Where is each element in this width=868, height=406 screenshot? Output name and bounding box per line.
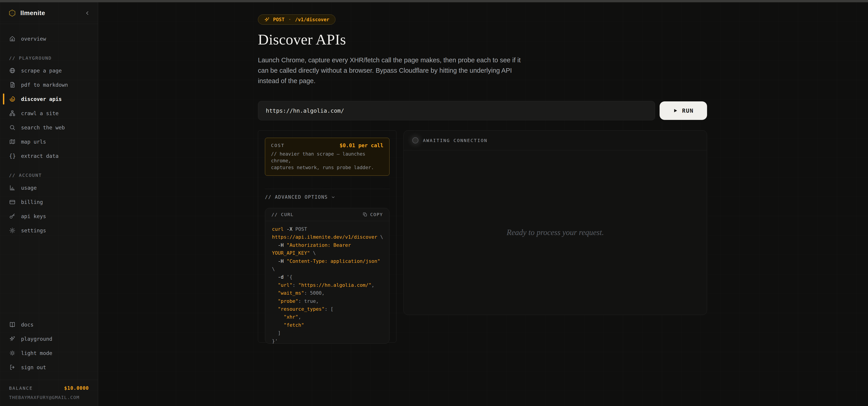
sidebar-item-label: usage	[21, 185, 37, 191]
sidebar-item-label: search the web	[21, 125, 65, 131]
result-panel-body: Ready to process your request.	[404, 150, 707, 315]
braces-icon: {}	[9, 153, 16, 159]
sidebar-item-label: extract data	[21, 153, 59, 159]
sidebar-item-settings[interactable]: settings	[0, 223, 98, 238]
home-icon	[9, 35, 16, 42]
sidebar-item-label: pdf to markdown	[21, 82, 68, 88]
sidebar-item-pdf-to-markdown[interactable]: pdf to markdown	[0, 78, 98, 92]
sidebar-item-crawl-a-site[interactable]: crawl a site	[0, 106, 98, 121]
sidebar-item-search-the-web[interactable]: search the web	[0, 121, 98, 135]
sidebar-header: llmenite	[0, 2, 98, 24]
run-button[interactable]: RUN	[659, 101, 707, 120]
sidebar-nav: overview // PLAYGROUND scrape a page pdf…	[0, 24, 98, 238]
sidebar-item-extract-data[interactable]: {} extract data	[0, 149, 98, 163]
copy-button-label: COPY	[370, 212, 383, 217]
sidebar-item-label: discover apis	[21, 96, 62, 102]
endpoint-badge: POST · /v1/discover	[258, 14, 336, 25]
sidebar-item-label: docs	[21, 322, 33, 328]
curl-card: // CURL COPY curl -X POSThttps://api.ilm…	[265, 208, 390, 344]
sidebar-footer: docs playground light mode	[0, 317, 98, 406]
cost-panel: COST $0.01 per call // heavier than scra…	[265, 138, 390, 176]
logo-hexagon-icon	[8, 9, 16, 18]
sidebar-item-light-mode[interactable]: light mode	[0, 346, 98, 360]
sidebar: llmenite overview // PLAYGROUND	[0, 2, 98, 406]
ready-message: Ready to process your request.	[507, 228, 604, 237]
sidebar-section-playground: // PLAYGROUND	[0, 55, 98, 61]
sidebar-item-playground[interactable]: playground	[0, 332, 98, 346]
balance-row: BALANCE $10.0000	[9, 385, 89, 391]
bar-chart-icon	[9, 184, 16, 191]
radar-icon	[9, 96, 16, 102]
play-icon	[673, 108, 678, 113]
file-icon	[9, 81, 16, 88]
sidebar-item-usage[interactable]: usage	[0, 181, 98, 195]
sidebar-item-overview[interactable]: overview	[0, 32, 98, 46]
sidebar-item-label: playground	[21, 336, 52, 342]
curl-card-header: // CURL COPY	[265, 208, 389, 221]
app-root: llmenite overview // PLAYGROUND	[0, 0, 868, 406]
sparkle-icon	[264, 17, 270, 23]
content-columns: COST $0.01 per call // heavier than scra…	[258, 130, 868, 343]
badge-method: POST	[273, 17, 285, 22]
result-panel: AWAITING CONNECTION Ready to process you…	[403, 130, 707, 315]
curl-code: curl -X POSThttps://api.ilmenite.dev/v1/…	[265, 221, 389, 344]
sidebar-item-label: settings	[21, 228, 46, 234]
sidebar-item-scrape-a-page[interactable]: scrape a page	[0, 63, 98, 78]
sitemap-icon	[9, 110, 16, 116]
credit-card-icon	[9, 199, 16, 205]
gear-icon	[9, 227, 16, 234]
search-icon	[9, 124, 16, 131]
balance-value: $10.0000	[64, 385, 89, 391]
sidebar-item-label: crawl a site	[21, 110, 59, 116]
sign-out-icon	[9, 364, 16, 371]
chevron-down-icon	[331, 195, 336, 199]
copy-button[interactable]: COPY	[363, 212, 383, 217]
sidebar-item-label: overview	[21, 36, 46, 42]
sidebar-item-label: billing	[21, 199, 43, 205]
cost-note-line2: captures network, runs probe ladder.	[271, 164, 383, 171]
badge-separator: ·	[288, 17, 291, 22]
badge-path: /v1/discover	[295, 17, 329, 22]
sidebar-item-label: light mode	[21, 350, 52, 356]
main-content: POST · /v1/discover Discover APIs Launch…	[98, 2, 868, 406]
sidebar-item-sign-out[interactable]: sign out	[0, 360, 98, 374]
sidebar-item-api-keys[interactable]: api keys	[0, 209, 98, 223]
run-bar: RUN	[258, 101, 868, 121]
connection-status-indicator	[412, 137, 418, 143]
chevron-left-icon	[85, 10, 90, 16]
run-button-label: RUN	[682, 107, 693, 114]
map-icon	[9, 138, 16, 145]
balance-label: BALANCE	[9, 385, 33, 391]
key-icon	[9, 213, 16, 219]
sidebar-item-label: scrape a page	[21, 68, 62, 74]
cost-note-line1: // heavier than scrape — launches chrome…	[271, 150, 383, 164]
top-strip	[0, 0, 868, 2]
url-input[interactable]	[258, 101, 655, 121]
sidebar-section-account: // ACCOUNT	[0, 172, 98, 178]
cost-note: // heavier than scrape — launches chrome…	[271, 150, 383, 171]
sidebar-item-discover-apis[interactable]: discover apis	[0, 92, 98, 106]
advanced-options-toggle[interactable]: // ADVANCED OPTIONS	[265, 195, 390, 200]
globe-icon	[9, 67, 16, 74]
account-email: THEBAYMAXFURY@GMAIL.COM	[9, 395, 89, 400]
sidebar-collapse-button[interactable]	[85, 10, 90, 16]
page-description: Launch Chrome, capture every XHR/fetch c…	[258, 55, 532, 86]
sidebar-item-docs[interactable]: docs	[0, 317, 98, 332]
page-title: Discover APIs	[258, 31, 868, 48]
sidebar-item-label: sign out	[21, 365, 46, 370]
sidebar-item-label: api keys	[21, 213, 46, 219]
request-config-panel: COST $0.01 per call // heavier than scra…	[258, 130, 397, 343]
copy-icon	[363, 212, 368, 217]
sidebar-item-map-urls[interactable]: map urls	[0, 135, 98, 149]
connection-status-label: AWAITING CONNECTION	[423, 138, 488, 143]
active-indicator-bar	[3, 94, 4, 105]
advanced-options-label: // ADVANCED OPTIONS	[265, 195, 328, 200]
balance-box: BALANCE $10.0000 THEBAYMAXFURY@GMAIL.COM	[0, 380, 98, 406]
sidebar-item-label: map urls	[21, 139, 46, 145]
logo-text: llmenite	[20, 9, 45, 17]
sparkles-icon	[9, 336, 16, 342]
sidebar-item-billing[interactable]: billing	[0, 195, 98, 209]
curl-header-label: // CURL	[272, 212, 293, 217]
book-icon	[9, 321, 16, 328]
cost-label: COST	[271, 143, 285, 148]
